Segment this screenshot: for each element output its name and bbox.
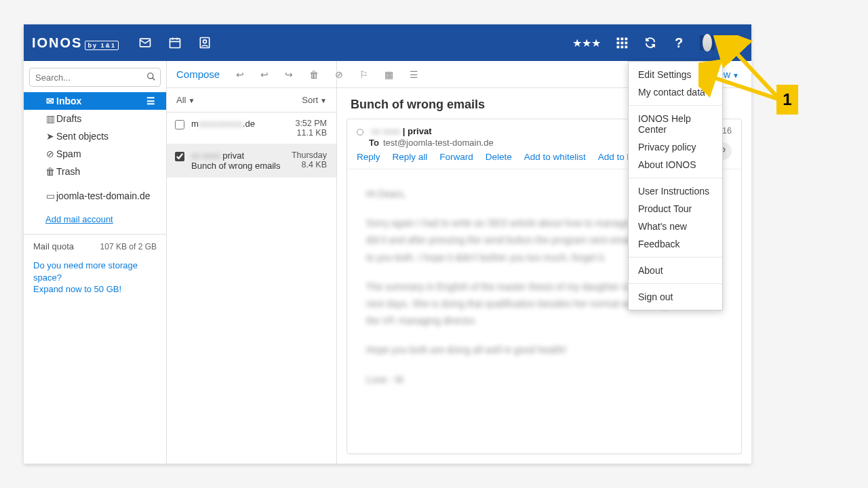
top-right-icons: ★★★ ? <box>572 35 743 50</box>
menu-help-center[interactable]: IONOS Help Center <box>629 110 722 138</box>
folder-spam[interactable]: ⊘ Spam <box>24 145 166 163</box>
folder-drafts[interactable]: ▥ Drafts <box>24 110 166 127</box>
message-meta: mxxxxxxxxxx.de <box>191 119 288 138</box>
svg-rect-1 <box>170 39 180 47</box>
menu-about[interactable]: About <box>629 262 722 279</box>
folder-label: Drafts <box>56 113 81 124</box>
reply-all-icon[interactable]: ↩ <box>260 69 269 80</box>
whitelist-link[interactable]: Add to whitelist <box>524 152 586 162</box>
message-from: mxxxxxxxxxx.de <box>191 119 288 129</box>
sort-button[interactable]: Sort▼ <box>302 95 327 105</box>
account-dropdown: Edit Settings My contact data IONOS Help… <box>628 61 723 310</box>
add-mail-account-link[interactable]: Add mail account <box>45 214 166 224</box>
svg-line-18 <box>153 77 155 80</box>
logo-subtext: by 1&1 <box>85 41 119 50</box>
filter-all[interactable]: All▼ <box>176 95 195 105</box>
forward-icon[interactable]: ↪ <box>285 69 293 80</box>
search-input[interactable] <box>29 68 161 87</box>
storage-upsell[interactable]: Do you need more storage space? Expand n… <box>24 251 166 296</box>
folder-trash[interactable]: 🗑 Trash <box>24 163 166 180</box>
svg-rect-8 <box>621 38 624 41</box>
quota-value: 107 KB of 2 GB <box>100 242 157 251</box>
menu-product-tour[interactable]: Product Tour <box>629 200 722 218</box>
folder-icon: ▭ <box>45 190 55 201</box>
stars-icon[interactable]: ★★★ <box>572 35 601 50</box>
storage-line2: Expand now to 50 GB! <box>33 283 157 296</box>
contacts-icon[interactable] <box>197 35 212 50</box>
menu-edit-settings[interactable]: Edit Settings <box>629 66 722 83</box>
menu-sign-out[interactable]: Sign out <box>629 288 722 306</box>
menu-user-instructions[interactable]: User Instructions <box>629 182 722 200</box>
svg-rect-14 <box>621 46 624 49</box>
calendar-icon[interactable] <box>167 35 182 50</box>
menu-my-contact-data[interactable]: My contact data <box>629 83 722 101</box>
reply-icon[interactable]: ↩ <box>236 69 244 80</box>
svg-rect-7 <box>617 38 620 41</box>
message-time: Thursday 8.4 KB <box>292 150 327 171</box>
menu-whats-new[interactable]: What's new <box>629 218 722 235</box>
divider <box>24 234 166 235</box>
sidebar: ✉ Inbox ☰ ▥ Drafts ➤ Sent objects ⊘ Spam <box>24 61 167 464</box>
menu-about-ionos[interactable]: About IONOS <box>629 156 722 174</box>
message-subject: Bunch of wrong emails <box>191 161 285 171</box>
hamburger-icon[interactable]: ☰ <box>146 96 155 106</box>
mail-quota: Mail quota 107 KB of 2 GB <box>24 241 166 251</box>
list-toolbar: Compose ↩ ↩ ↪ 🗑 ⊘ ⚐ ▦ ☰ <box>167 61 336 88</box>
sent-icon: ➤ <box>45 131 55 142</box>
folder-sent[interactable]: ➤ Sent objects <box>24 127 166 145</box>
delete-link[interactable]: Delete <box>486 152 512 162</box>
inbox-icon: ✉ <box>45 96 55 106</box>
quota-label: Mail quota <box>33 241 74 251</box>
svg-rect-13 <box>617 46 620 49</box>
svg-rect-15 <box>625 46 628 49</box>
storage-line1: Do you need more storage space? <box>33 260 157 283</box>
annotation-badge: 1 <box>776 85 798 115</box>
folder-list: ✉ Inbox ☰ ▥ Drafts ➤ Sent objects ⊘ Spam <box>24 92 166 205</box>
svg-rect-9 <box>625 38 628 41</box>
list-header: All▼ Sort▼ <box>167 88 336 113</box>
apps-icon[interactable] <box>614 35 629 50</box>
menu-feedback[interactable]: Feedback <box>629 235 722 253</box>
svg-point-6 <box>203 40 206 43</box>
svg-point-17 <box>148 73 153 78</box>
message-time: 3:52 PM 11.1 KB <box>295 119 327 138</box>
message-item[interactable]: mxxxxxxxxxx.de 3:52 PM 11.1 KB <box>167 113 336 144</box>
logo: IONOS by 1&1 <box>32 35 119 51</box>
logout-icon[interactable] <box>728 35 743 50</box>
topbar: IONOS by 1&1 ★★★ ? <box>24 24 751 61</box>
folder-label: Trash <box>56 166 80 177</box>
delete-icon[interactable]: 🗑 <box>309 69 319 80</box>
read-indicator-icon <box>357 129 363 136</box>
svg-rect-12 <box>625 42 628 45</box>
app-window: IONOS by 1&1 ★★★ ? ✉ In <box>24 24 751 464</box>
trash-icon: 🗑 <box>45 166 55 177</box>
menu-privacy[interactable]: Privacy policy <box>629 138 722 156</box>
search <box>29 68 161 87</box>
folder-label: joomla-test-domain.de <box>56 190 151 201</box>
folder-label: Sent objects <box>56 131 108 142</box>
folder-inbox[interactable]: ✉ Inbox ☰ <box>24 92 166 110</box>
compose-button[interactable]: Compose <box>176 68 220 80</box>
reply-link[interactable]: Reply <box>357 152 380 162</box>
help-icon[interactable]: ? <box>671 35 686 50</box>
folder-label: Inbox <box>56 96 81 106</box>
svg-rect-11 <box>621 42 624 45</box>
message-checkbox[interactable] <box>175 152 184 161</box>
folder-domain[interactable]: ▭ joomla-test-domain.de <box>24 187 166 205</box>
mail-icon[interactable] <box>138 35 153 50</box>
message-item[interactable]: xx xxxx privat Bunch of wrong emails Thu… <box>167 144 336 178</box>
drafts-icon: ▥ <box>45 113 55 124</box>
message-checkbox[interactable] <box>175 120 184 129</box>
reply-all-link[interactable]: Reply all <box>393 152 428 162</box>
search-button[interactable] <box>144 70 158 84</box>
logo-text: IONOS <box>32 35 82 51</box>
folder-label: Spam <box>56 148 81 159</box>
message-from: xx xxxx privat <box>191 150 285 161</box>
svg-rect-10 <box>617 42 620 45</box>
refresh-icon[interactable] <box>643 35 658 50</box>
message-meta: xx xxxx privat Bunch of wrong emails <box>191 150 285 171</box>
avatar-menu[interactable] <box>700 35 715 50</box>
forward-link[interactable]: Forward <box>439 152 473 162</box>
top-left-icons <box>138 35 212 50</box>
spam-icon: ⊘ <box>45 148 55 159</box>
